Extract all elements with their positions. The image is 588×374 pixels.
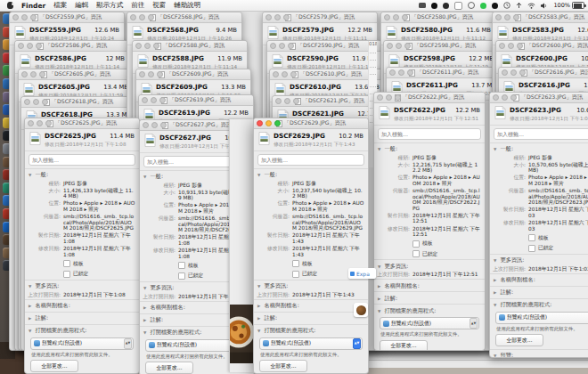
close-button-icon[interactable] <box>139 71 145 77</box>
menu-app-name[interactable]: Finder <box>21 2 45 10</box>
minimize-button-icon[interactable] <box>151 97 157 103</box>
close-button-icon[interactable] <box>499 43 505 49</box>
change-all-button[interactable]: 全部更改… <box>145 362 193 374</box>
change-all-button[interactable]: 全部更改… <box>495 334 543 346</box>
zoom-button-icon[interactable] <box>39 71 45 77</box>
section-open-with[interactable]: ▼打開檔案的應用程式: <box>25 325 139 337</box>
section-more-info[interactable]: ▼更多資訊: <box>374 260 485 272</box>
menubar-green-dot-icon[interactable] <box>480 3 486 9</box>
locked-checkbox[interactable] <box>412 250 420 257</box>
close-button-icon[interactable] <box>12 14 19 20</box>
close-button-icon[interactable] <box>384 14 390 20</box>
menu-item-4[interactable]: 前往 <box>131 1 144 10</box>
minimize-button-icon[interactable] <box>284 98 290 104</box>
minimize-button-icon[interactable] <box>386 94 392 101</box>
tags-input[interactable] <box>378 128 481 140</box>
menubar-arrow-up-icon[interactable] <box>516 2 522 9</box>
change-all-button[interactable]: 全部更改… <box>259 360 307 372</box>
zoom-button-icon[interactable] <box>42 99 48 105</box>
menubar-black-dot-icon[interactable] <box>492 3 498 9</box>
section-general[interactable]: ▼一般: <box>490 143 588 155</box>
menubar-wifi-icon[interactable] <box>527 3 535 9</box>
close-button-icon[interactable] <box>389 69 396 76</box>
menubar-window-icon[interactable] <box>454 2 462 10</box>
section-comments[interactable]: ▶註解: <box>490 287 588 298</box>
section-name-extension[interactable]: ▶名稱與副檔名: <box>254 300 368 312</box>
close-button-icon[interactable] <box>265 14 272 20</box>
stationery-checkbox[interactable] <box>292 260 299 267</box>
minimize-button-icon[interactable] <box>279 43 285 49</box>
close-button-icon[interactable] <box>493 94 499 101</box>
section-comments[interactable]: ▶註解: <box>254 313 368 324</box>
close-button-icon[interactable] <box>257 120 263 126</box>
menu-item-5[interactable]: 視窗 <box>152 1 166 10</box>
stationery-checkbox[interactable] <box>63 260 70 267</box>
section-name-extension[interactable]: ▶名稱與副檔名: <box>490 274 588 286</box>
close-button-icon[interactable] <box>495 14 502 20</box>
section-comments[interactable]: ▶註解: <box>374 292 485 304</box>
minimize-button-icon[interactable] <box>30 71 37 77</box>
minimize-button-icon[interactable] <box>502 94 508 101</box>
minimize-button-icon[interactable] <box>396 43 402 49</box>
menubar-app-dot-icon-1[interactable] <box>431 3 437 9</box>
info-window-DSCF2623.JPG[interactable]: 「DSCF2623.JPG」資訊DSCF2623.JPG10.6 MB修改日期:… <box>489 92 588 358</box>
zoom-button-icon[interactable] <box>407 69 413 76</box>
stationery-checkbox[interactable] <box>412 240 420 248</box>
change-all-button[interactable]: 全部更改… <box>380 340 428 351</box>
tags-input[interactable] <box>494 128 588 140</box>
section-name-extension[interactable]: ▶名稱與副檔名: <box>25 300 139 312</box>
section-general[interactable]: ▼一般: <box>254 169 368 181</box>
tags-input[interactable] <box>257 154 364 166</box>
menubar-ring-icon[interactable] <box>468 2 475 9</box>
locked-checkbox[interactable] <box>178 272 185 280</box>
minimize-button-icon[interactable] <box>27 43 33 49</box>
section-general[interactable]: ▼一般: <box>25 169 139 181</box>
zoom-button-icon[interactable] <box>288 43 294 49</box>
section-open-with[interactable]: ▼打開檔案的應用程式: <box>254 325 368 337</box>
section-more-info[interactable]: ▼更多資訊: <box>25 280 139 292</box>
zoom-button-icon[interactable] <box>402 14 408 20</box>
minimize-button-icon[interactable] <box>398 69 404 76</box>
stationery-checkbox[interactable] <box>178 262 185 269</box>
zoom-button-icon[interactable] <box>30 14 37 20</box>
zoom-button-icon[interactable] <box>274 120 281 126</box>
zoom-button-icon[interactable] <box>510 94 517 101</box>
stationery-checkbox[interactable] <box>528 234 535 241</box>
minimize-button-icon[interactable] <box>21 14 28 20</box>
menu-item-2[interactable]: 編輯 <box>75 1 88 10</box>
close-button-icon[interactable] <box>21 71 28 77</box>
change-all-button[interactable]: 全部更改… <box>30 360 78 372</box>
close-button-icon[interactable] <box>502 69 508 76</box>
zoom-button-icon[interactable] <box>513 14 519 20</box>
zoom-button-icon[interactable] <box>160 122 167 128</box>
zoom-button-icon[interactable] <box>159 97 166 103</box>
close-button-icon[interactable] <box>377 94 383 101</box>
locked-checkbox[interactable] <box>292 271 299 278</box>
section-preview[interactable]: ▼預覽: <box>490 350 588 358</box>
close-button-icon[interactable] <box>18 43 24 49</box>
menubar-shield-icon[interactable] <box>443 3 449 9</box>
zoom-button-icon[interactable] <box>153 43 159 49</box>
zoom-button-icon[interactable] <box>404 43 411 49</box>
section-general[interactable]: ▼一般: <box>374 143 485 155</box>
menubar-volume-icon[interactable] <box>541 3 548 9</box>
open-with-select[interactable]: 預覽程式(預設值)▲▼ <box>495 312 588 324</box>
open-with-select[interactable]: 預覽程式(預設值)▲▼ <box>259 337 363 350</box>
menu-item-6[interactable]: 輔助說明 <box>174 1 200 10</box>
section-comments[interactable]: ▶註解: <box>25 313 139 324</box>
zoom-button-icon[interactable] <box>148 14 154 20</box>
locked-checkbox[interactable] <box>528 245 535 252</box>
close-button-icon[interactable] <box>135 43 142 49</box>
info-window-DSCF2622.JPG[interactable]: 「DSCF2622.JPG」資訊DSCF2622.JPG12.2 MB修改日期:… <box>373 92 486 351</box>
open-with-select[interactable]: 預覽程式(預設值)▲▼ <box>30 337 134 350</box>
info-window-DSCF2629.JPG[interactable]: 「DSCF2629.JPG」資訊DSCF2629.JPG10.2 MB修改日期:… <box>253 118 369 374</box>
minimize-button-icon[interactable] <box>144 43 151 49</box>
section-more-info[interactable]: ▼更多資訊: <box>490 255 588 266</box>
locked-checkbox[interactable] <box>63 271 70 278</box>
open-with-select[interactable]: 預覽程式(預設值)▲▼ <box>380 317 479 329</box>
zoom-button-icon[interactable] <box>519 69 526 76</box>
minimize-button-icon[interactable] <box>33 99 39 105</box>
zoom-button-icon[interactable] <box>36 43 42 49</box>
minimize-button-icon[interactable] <box>282 71 288 77</box>
minimize-button-icon[interactable] <box>37 120 43 126</box>
